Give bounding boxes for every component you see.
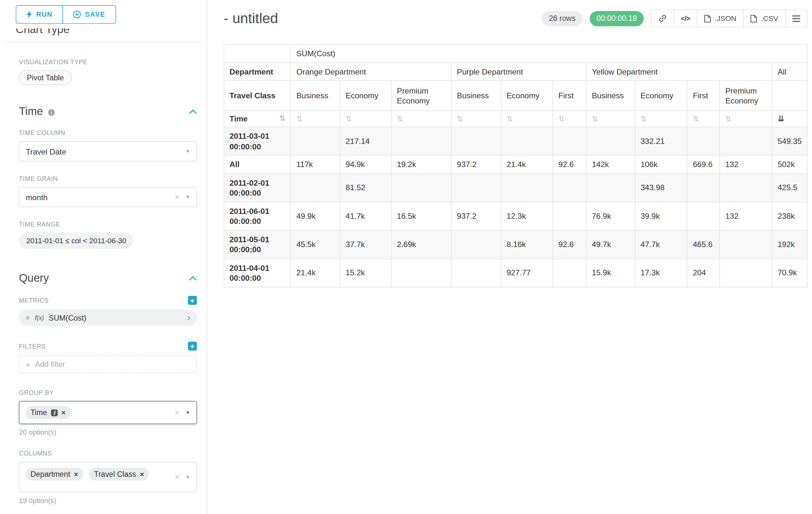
metric-name: SUM(Cost) [49, 314, 86, 322]
pivot-value-cell: 332.21 [635, 127, 688, 155]
time-column-select[interactable]: Travel Date ▼ [19, 141, 197, 161]
code-icon: </> [681, 15, 690, 23]
chart-title[interactable]: - untitled [224, 10, 278, 27]
sort-desc-icon: ⇊ [778, 114, 784, 123]
chevron-down-icon[interactable]: ▼ [185, 475, 190, 480]
viz-type-label: VISUALIZATION TYPE [19, 58, 197, 66]
sort-header[interactable]: ⇅ [720, 110, 772, 127]
pivot-value-cell: 502k [772, 155, 808, 173]
add-filter-plus-button[interactable]: + [188, 342, 197, 350]
department-header: All [772, 63, 808, 81]
columns-chip[interactable]: Department × [26, 468, 83, 480]
file-icon [704, 15, 711, 23]
control-panel: RUN SAVE Chart Type VISUALIZATION TYPE P… [0, 0, 207, 514]
column-info-icon: i [51, 409, 57, 416]
pivot-value-cell [687, 202, 720, 230]
sort-icon: ⇅ [693, 115, 699, 123]
embed-code-button[interactable]: </> [674, 9, 697, 27]
chevron-down-icon[interactable]: ▼ [185, 410, 190, 415]
save-button[interactable]: SAVE [63, 5, 116, 23]
pivot-value-cell: 76.9k [586, 202, 635, 230]
travel-class-header: Economy [635, 81, 688, 110]
chevron-right-icon: › [187, 312, 191, 323]
pivot-value-cell: 39.9k [635, 202, 688, 230]
remove-metric-icon[interactable]: × [25, 314, 30, 322]
sort-icon: ⇅ [457, 115, 463, 123]
pivot-value-cell: 343.98 [635, 173, 688, 202]
sort-header[interactable]: ⇅ [501, 110, 553, 127]
row-label: 2011-04-01 00:00:00 [224, 259, 291, 287]
chevron-up-icon[interactable] [189, 276, 197, 280]
sort-header[interactable]: ⇅ [391, 110, 451, 127]
chevron-up-icon[interactable] [189, 109, 197, 114]
time-range-value[interactable]: 2011-01-01 ≤ col < 2011-06-30 [19, 233, 134, 249]
remove-icon[interactable]: × [74, 470, 78, 478]
pivot-value-cell: 92.6 [553, 155, 586, 173]
clear-icon[interactable]: × [174, 408, 179, 417]
pivot-value-cell: 192k [772, 230, 808, 259]
group-by-chip[interactable]: Time i × [26, 406, 70, 419]
pivot-value-cell [553, 202, 586, 230]
sort-header-active[interactable]: ⇊ [772, 110, 808, 127]
chart-type-section: Chart Type [16, 28, 196, 39]
sort-header[interactable]: ⇅ [340, 110, 392, 127]
time-grain-select[interactable]: month × ▼ [19, 187, 197, 207]
columns-select[interactable]: Department × Travel Class × × ▼ [19, 462, 197, 492]
metric-header-cell: SUM(Cost) [291, 44, 807, 62]
row-label: 2011-03-01 00:00:00 [224, 127, 291, 155]
group-by-select[interactable]: Time i × × ▼ [19, 401, 197, 424]
metrics-label-row: METRICS + [19, 296, 197, 305]
pivot-value-cell: 94.9k [340, 155, 392, 173]
pivot-table: SUM(Cost)DepartmentOrange DepartmentPurp… [224, 44, 808, 287]
add-metric-button[interactable]: + [188, 296, 197, 305]
chip-label: Department [30, 470, 70, 478]
sort-header[interactable]: ⇅ [451, 110, 501, 127]
pivot-value-cell [391, 259, 451, 287]
pivot-value-cell: 132 [720, 155, 772, 173]
remove-icon[interactable]: × [140, 470, 144, 478]
sort-header[interactable]: ⇅ [291, 110, 340, 127]
travel-class-header [772, 81, 808, 110]
metric-pill[interactable]: × f(x) SUM(Cost) › [19, 310, 197, 326]
chevron-down-icon: ▼ [185, 149, 190, 154]
add-filter-button[interactable]: + Add filter [19, 355, 197, 373]
group-by-label: GROUP BY [19, 389, 197, 397]
run-button[interactable]: RUN [16, 5, 63, 23]
query-section-title: Query [19, 272, 49, 284]
sort-icon: ⇅ [397, 115, 403, 123]
clear-icon[interactable]: × [174, 193, 179, 202]
hamburger-icon [792, 15, 801, 22]
columns-options-hint: 19 option(s) [19, 497, 196, 505]
export-buttons: </> .JSON .CSV [651, 9, 808, 27]
pivot-value-cell: 49.9k [291, 202, 340, 230]
columns-chip[interactable]: Travel Class × [89, 468, 149, 480]
row-label: All [224, 155, 291, 173]
sort-header[interactable]: ⇅ [553, 110, 586, 127]
clear-icon[interactable]: × [174, 473, 179, 482]
sort-header[interactable]: ⇅ [687, 110, 720, 127]
pivot-value-cell [451, 173, 501, 202]
pivot-value-cell: 106k [635, 155, 688, 173]
divider [4, 42, 203, 43]
sort-header[interactable]: ⇅ [586, 110, 635, 127]
pivot-value-cell: 2.69k [391, 230, 451, 259]
plus-icon: + [26, 360, 30, 369]
menu-button[interactable] [785, 9, 808, 27]
pivot-value-cell [451, 230, 501, 259]
time-sort-header[interactable]: Time⇅ [224, 110, 291, 127]
viz-type-chip[interactable]: Pivot Table [19, 70, 72, 85]
download-csv-button[interactable]: .CSV [743, 9, 785, 27]
travel-class-header: Business [586, 81, 635, 110]
sort-header[interactable]: ⇅ [635, 110, 688, 127]
pivot-value-cell: 937.2 [451, 202, 501, 230]
pivot-value-cell [553, 173, 586, 202]
pivot-value-cell [586, 127, 635, 155]
col-dimension-label: Department [224, 63, 291, 81]
department-header: Orange Department [291, 63, 451, 81]
copy-link-button[interactable] [651, 9, 674, 27]
download-json-button[interactable]: .JSON [697, 9, 744, 27]
pivot-value-cell: 17.3k [635, 259, 688, 287]
pivot-value-cell [391, 127, 451, 155]
remove-icon[interactable]: × [61, 409, 65, 416]
pivot-value-cell [501, 173, 553, 202]
